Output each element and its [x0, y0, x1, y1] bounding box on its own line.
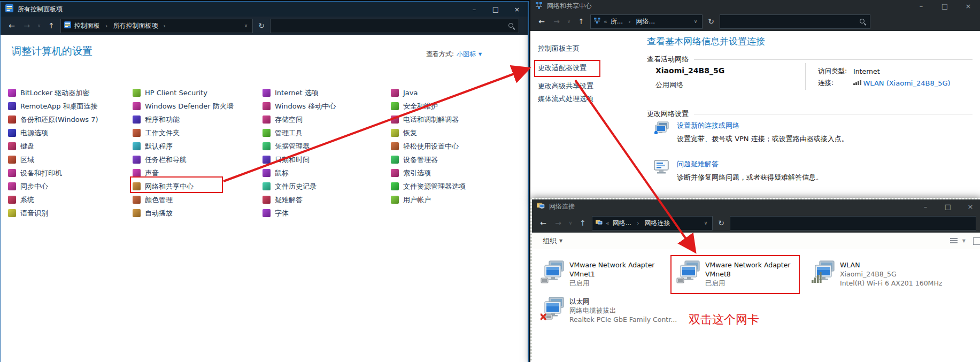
- minimize-button[interactable]: –: [909, 0, 933, 12]
- cp-item-java[interactable]: Java: [391, 86, 516, 99]
- cp-item-devices-printers[interactable]: 设备和打印机: [8, 166, 134, 180]
- cp-item-system[interactable]: 系统: [8, 193, 134, 206]
- search-icon[interactable]: [508, 22, 515, 29]
- address-dropdown-chevron-icon[interactable]: ∨: [243, 23, 249, 28]
- minimize-button[interactable]: –: [464, 2, 485, 17]
- forward-button[interactable]: →: [21, 21, 33, 30]
- cp-item-power-options[interactable]: 电源选项: [8, 126, 134, 140]
- cp-item-programs-features[interactable]: 程序和功能: [133, 113, 258, 126]
- cp-item-phone-modem[interactable]: 电话和调制解调器: [391, 113, 516, 126]
- title-bar: 网络连接 – □ ×: [532, 199, 980, 213]
- cp-item-admin-tools[interactable]: 管理工具: [263, 126, 388, 140]
- up-button[interactable]: ↑: [575, 17, 587, 26]
- breadcrumb-item[interactable]: 网络连接: [645, 219, 670, 228]
- cp-item-keyboard[interactable]: 键盘: [8, 140, 134, 153]
- back-button[interactable]: ←: [536, 17, 547, 26]
- cp-item-autoplay[interactable]: 自动播放: [133, 206, 258, 220]
- sidebar-item-control-panel-home[interactable]: 控制面板主页: [538, 44, 580, 53]
- cp-item-region[interactable]: 区域: [8, 153, 134, 166]
- action-link[interactable]: 设置新的连接或网络: [677, 121, 848, 130]
- refresh-icon[interactable]: ↻: [716, 219, 727, 227]
- cp-item-recovery[interactable]: 恢复: [391, 126, 516, 140]
- breadcrumb-item[interactable]: 控制面板: [74, 21, 100, 30]
- cp-item-bitlocker[interactable]: BitLocker 驱动器加密: [8, 86, 134, 99]
- adapter-tile-ethernet[interactable]: 以太网网络电缆被拔出Realtek PCIe GbE Family Contr.…: [541, 297, 672, 324]
- maximize-button[interactable]: □: [937, 199, 959, 213]
- organize-caret-icon[interactable]: ▼: [559, 238, 562, 243]
- action-link[interactable]: 问题疑难解答: [677, 159, 823, 169]
- sidebar-item-change-adapter-settings[interactable]: 更改适配器设置: [538, 63, 587, 73]
- cp-item-speech-recognition[interactable]: 语音识别: [8, 206, 134, 220]
- refresh-icon[interactable]: ↻: [706, 17, 716, 26]
- address-dropdown-chevron-icon[interactable]: ∨: [692, 19, 699, 24]
- breadcrumb-item[interactable]: 所...: [611, 17, 623, 26]
- cp-item-remoteapp[interactable]: RemoteApp 和桌面连接: [8, 99, 134, 113]
- adapter-tile-wlan[interactable]: WLANXiaomi_24B8_5GIntel(R) Wi-Fi 6 AX201…: [811, 260, 943, 288]
- address-box[interactable]: 控制面板›所有控制面板项› ∨: [60, 19, 253, 33]
- cp-item-backup-restore[interactable]: 备份和还原(Windows 7): [8, 113, 134, 126]
- forward-button[interactable]: →: [551, 17, 562, 26]
- recent-pages-chevron-icon[interactable]: ∨: [566, 19, 572, 24]
- cp-item-troubleshooting[interactable]: 疑难解答: [263, 193, 388, 206]
- breadcrumb-item[interactable]: 网络...: [636, 17, 655, 26]
- back-button[interactable]: ←: [537, 219, 549, 227]
- breadcrumb-overflow-icon[interactable]: «: [606, 220, 609, 227]
- address-box[interactable]: « 网络...›网络连接 ∨: [592, 216, 713, 230]
- cp-item-taskbar-navigation[interactable]: 任务栏和导航: [133, 153, 258, 166]
- organize-button[interactable]: 组织: [543, 236, 557, 246]
- cp-item-file-history[interactable]: 文件历史记录: [263, 180, 388, 193]
- cp-item-user-accounts[interactable]: 用户帐户: [391, 193, 516, 206]
- search-icon[interactable]: [859, 18, 866, 25]
- cp-item-network-sharing-center[interactable]: 网络和共享中心: [133, 180, 258, 193]
- up-button[interactable]: ↑: [577, 219, 589, 227]
- cp-item-sound[interactable]: 声音: [133, 166, 258, 180]
- cp-item-defender-firewall[interactable]: Windows Defender 防火墙: [133, 99, 258, 113]
- breadcrumb-overflow-icon[interactable]: «: [604, 18, 607, 25]
- cp-item-storage-spaces[interactable]: 存储空间: [263, 113, 388, 126]
- cp-item-fonts[interactable]: 字体: [263, 206, 388, 220]
- cp-item-indexing-options[interactable]: 索引选项: [391, 166, 516, 180]
- address-box[interactable]: « 所...›网络... ∨: [590, 14, 703, 29]
- search-input[interactable]: [724, 17, 859, 26]
- cp-item-work-folders[interactable]: 工作文件夹: [133, 126, 258, 140]
- cp-item-color-management[interactable]: 颜色管理: [133, 193, 258, 206]
- cp-item-date-time[interactable]: 日期和时间: [263, 153, 388, 166]
- cp-item-default-programs[interactable]: 默认程序: [133, 140, 258, 153]
- cp-item-device-manager[interactable]: 设备管理器: [391, 153, 516, 166]
- sidebar-item-change-advanced-sharing[interactable]: 更改高级共享设置: [538, 81, 593, 91]
- view-by-caret-icon[interactable]: ▼: [479, 52, 482, 57]
- cp-item-credential-manager[interactable]: 凭据管理器: [263, 140, 388, 153]
- up-button[interactable]: ↑: [45, 21, 57, 30]
- cp-item-ease-of-access[interactable]: 轻松使用设置中心: [391, 140, 516, 153]
- view-by-value[interactable]: 小图标: [457, 50, 476, 59]
- refresh-icon[interactable]: ↻: [256, 21, 267, 30]
- breadcrumb-item[interactable]: 所有控制面板项: [113, 21, 158, 30]
- cp-item-internet-options[interactable]: Internet 选项: [263, 86, 388, 99]
- breadcrumb-item[interactable]: 网络...: [613, 219, 631, 228]
- preview-pane-icon[interactable]: [973, 237, 980, 245]
- maximize-button[interactable]: □: [485, 2, 506, 17]
- address-dropdown-chevron-icon[interactable]: ∨: [703, 220, 709, 226]
- maximize-button[interactable]: □: [933, 0, 956, 12]
- forward-button[interactable]: →: [552, 219, 564, 227]
- minimize-button[interactable]: –: [914, 199, 937, 213]
- cp-item-sync-center[interactable]: 同步中心: [8, 180, 134, 193]
- adapter-tile-vmnet1[interactable]: VMware Network AdapterVMnet1已启用: [541, 260, 672, 288]
- recent-pages-chevron-icon[interactable]: ∨: [567, 220, 574, 226]
- cp-item-mobility-center[interactable]: Windows 移动中心: [263, 99, 388, 113]
- search-input[interactable]: [274, 21, 508, 30]
- cp-item-mouse[interactable]: 鼠标: [263, 166, 388, 180]
- search-input[interactable]: [734, 219, 972, 227]
- close-button[interactable]: ×: [506, 2, 528, 17]
- change-view-button[interactable]: ▼: [950, 238, 966, 244]
- close-button[interactable]: ×: [956, 0, 980, 12]
- recent-pages-chevron-icon[interactable]: ∨: [36, 23, 42, 28]
- connection-link[interactable]: WLAN (Xiaomi_24B8_5G): [863, 79, 951, 87]
- sidebar-item-media-streaming-options[interactable]: 媒体流式处理选项: [538, 94, 593, 104]
- cp-item-security-maintenance[interactable]: 安全和维护: [391, 99, 516, 113]
- adapter-tile-vmnet8[interactable]: VMware Network AdapterVMnet8已启用: [676, 260, 808, 288]
- back-button[interactable]: ←: [6, 21, 18, 30]
- cp-item-file-explorer-options[interactable]: 文件资源管理器选项: [391, 180, 516, 193]
- cp-item-hp-client-security[interactable]: HP Client Security: [133, 86, 258, 99]
- close-button[interactable]: ×: [959, 199, 980, 213]
